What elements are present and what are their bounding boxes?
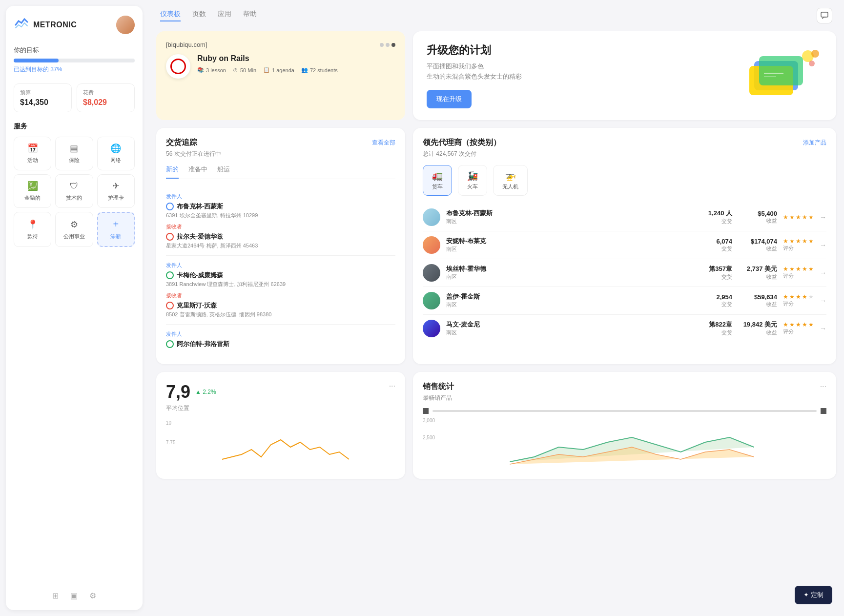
receiver-label-1: 接收者	[166, 223, 395, 230]
clock-icon: ⏱	[233, 67, 238, 73]
service-nursing[interactable]: ✈ 护理卡	[97, 174, 135, 208]
delivery-header: 交货追踪 查看全部	[166, 138, 395, 148]
agent-arrow-icon[interactable]: →	[820, 297, 826, 305]
service-network[interactable]: 🌐 网络	[97, 137, 135, 170]
slider-left-handle	[423, 408, 429, 414]
dtab-shipping[interactable]: 船运	[217, 165, 230, 179]
service-activity[interactable]: 📅 活动	[14, 137, 51, 170]
trend-value: ▲ 2.2%	[195, 389, 216, 395]
star-icon: ★	[796, 293, 801, 300]
course-dots	[380, 43, 395, 47]
tab-apps[interactable]: 应用	[218, 10, 231, 21]
cat-tab-drone[interactable]: 🚁 无人机	[493, 165, 528, 196]
star-icon: ★	[802, 238, 807, 245]
sales-subtitle: 最畅销产品	[423, 394, 826, 402]
sales-header: 销售统计 ···	[423, 382, 826, 392]
budget-label: 预算	[20, 89, 65, 96]
service-public[interactable]: ⚙ 公用事业	[55, 212, 93, 247]
star-icon: ★	[808, 238, 814, 245]
dtab-new[interactable]: 新的	[166, 165, 179, 179]
add-product-link[interactable]: 添加产品	[803, 139, 826, 147]
activity-icon: 📅	[27, 143, 38, 154]
service-tech-label: 技术的	[66, 194, 82, 202]
delivery-item-2: 发件人 卡梅伦-威廉姆森 3891 Ranchview 理查森博士, 加利福尼亚…	[166, 256, 395, 325]
agent-arrow-icon[interactable]: →	[820, 269, 826, 277]
service-insurance[interactable]: ▤ 保险	[55, 137, 93, 170]
drone-icon: 🚁	[505, 170, 516, 181]
tx-label: 交货	[698, 245, 732, 252]
network-icon: 🌐	[110, 143, 121, 154]
tab-help[interactable]: 帮助	[243, 10, 257, 21]
services-grid: 📅 活动 ▤ 保险 🌐 网络 💹 金融的 🛡 技术的 ✈ 护理卡 📍 款待 ⚙	[14, 137, 135, 247]
settings-icon[interactable]: ⚙	[89, 591, 96, 600]
sender-addr-2: 3891 Ranchview 理查森博士, 加利福尼亚州 62639	[166, 281, 395, 288]
nav-right	[817, 8, 832, 23]
expense-card: 花费 $8,029	[77, 83, 135, 112]
top-nav: 仪表板 页数 应用 帮助	[148, 0, 844, 31]
rev-value: 2,737 美元	[738, 265, 777, 273]
agent-arrow-icon[interactable]: →	[820, 325, 826, 332]
rev-label: 收益	[738, 301, 777, 308]
service-hospitality[interactable]: 📍 款待	[14, 212, 51, 247]
service-tech[interactable]: 🛡 技术的	[55, 174, 93, 208]
avatar[interactable]	[116, 16, 135, 34]
service-finance[interactable]: 💹 金融的	[14, 174, 51, 208]
tab-pages[interactable]: 页数	[192, 10, 206, 21]
upgrade-illustration	[744, 46, 823, 105]
star-icon: ★	[796, 238, 801, 245]
receiver-circle-1	[166, 233, 174, 241]
rev-value: $59,634	[738, 293, 777, 301]
rating-label: 评分	[783, 245, 814, 252]
cat-tab-train[interactable]: 🚂 火车	[458, 165, 487, 196]
star-icon: ★	[783, 293, 788, 300]
view-all-link[interactable]: 查看全部	[372, 139, 395, 147]
sales-more-icon[interactable]: ···	[820, 382, 826, 391]
star-icon: ★	[796, 321, 801, 328]
budget-value: $14,350	[20, 98, 65, 107]
avg-more-icon[interactable]: ···	[389, 382, 395, 390]
chat-icon[interactable]	[817, 8, 832, 23]
service-insurance-label: 保险	[69, 157, 80, 164]
agent-avatar	[423, 208, 440, 226]
svg-point-6	[809, 61, 815, 66]
star-icon: ★	[783, 266, 788, 272]
card-icon[interactable]: ▣	[70, 591, 78, 600]
mini-slider	[423, 408, 826, 414]
upgrade-button[interactable]: 现在升级	[427, 90, 472, 108]
progress-bar	[14, 59, 135, 62]
agent-transactions: 2,954 交货	[698, 293, 732, 308]
dtab-preparing[interactable]: 准备中	[188, 165, 207, 179]
main: 仪表板 页数 应用 帮助 [biqubiqu.com]	[148, 0, 844, 616]
budget-row: 预算 $14,350 花费 $8,029	[14, 83, 135, 112]
service-add-label: 添新	[110, 233, 121, 240]
agent-info: 盖伊-霍金斯 南区	[446, 292, 692, 308]
dot3	[391, 43, 395, 47]
agent-region: 南区	[446, 329, 692, 336]
rating-label: 评分	[783, 272, 814, 280]
rev-value: $5,400	[738, 210, 777, 217]
meta-duration: ⏱ 50 Min	[233, 67, 256, 73]
layers-icon[interactable]: ⊞	[52, 591, 59, 600]
agent-arrow-icon[interactable]: →	[820, 241, 826, 249]
sender-label-2: 发件人	[166, 262, 395, 269]
service-add[interactable]: + 添新	[97, 212, 135, 247]
tab-dashboard[interactable]: 仪表板	[160, 10, 181, 21]
receiver-name-2: 克里斯汀-沃森	[166, 301, 395, 310]
agent-arrow-icon[interactable]: →	[820, 213, 826, 221]
cat-tab-truck[interactable]: 🚛 货车	[423, 165, 452, 196]
rev-label: 收益	[738, 329, 777, 336]
customize-button[interactable]: ✦ 定制	[795, 586, 832, 604]
sender-name-3: 阿尔伯特-弗洛雷斯	[166, 340, 395, 349]
students-value: 72 students	[310, 67, 338, 73]
receiver-label-2: 接收者	[166, 292, 395, 299]
star-icon: ★	[796, 214, 801, 221]
agent-transactions: 6,074 交货	[698, 238, 732, 252]
agent-region: 南区	[446, 246, 692, 253]
progress-fill	[14, 59, 59, 62]
cat-drone-label: 无人机	[502, 183, 518, 190]
delivery-subtitle: 56 次交付正在进行中	[166, 150, 395, 158]
agent-transactions: 第357章 交货	[698, 265, 732, 281]
course-header: [biqubiqu.com]	[166, 41, 395, 48]
slider-bar[interactable]	[432, 410, 817, 412]
sidebar: METRONIC 你的目标 已达到目标的 37% 预算 $14,350 花费 $…	[6, 6, 143, 610]
